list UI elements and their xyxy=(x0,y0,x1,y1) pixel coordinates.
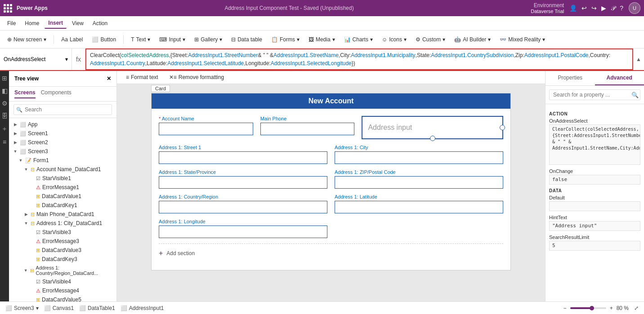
tree-item-dcv1[interactable]: ⊞ DataCardValue1 xyxy=(9,192,116,201)
sidebar-settings-icon[interactable]: ⚙ xyxy=(2,100,8,107)
input-main-phone[interactable] xyxy=(260,123,355,135)
canvas-area: ≡ Format text ✕≡ Remove formatting Card … xyxy=(117,71,545,314)
tree-item-city-datacard[interactable]: ▼ ⊟ Address 1: City_DataCard1 xyxy=(9,219,116,228)
forms-button[interactable]: 📋 Forms ▾ xyxy=(268,35,303,44)
charts-button[interactable]: 📊 Charts ▾ xyxy=(340,35,376,44)
formula-expand-button[interactable]: ▲ xyxy=(633,49,644,70)
tree-item-screen3[interactable]: ▼ ⬜ Screen3 xyxy=(9,147,116,156)
input-button[interactable]: ⌨ Input ▾ xyxy=(156,35,189,44)
env-name: Dataverse Trial xyxy=(531,9,564,14)
input-street1[interactable] xyxy=(159,151,327,164)
chevron-form1-icon: ▼ xyxy=(18,158,23,163)
bottom-canvas1[interactable]: ⬜ Canvas1 xyxy=(44,305,74,311)
help-icon[interactable]: ? xyxy=(620,4,623,12)
prop-value-onchange[interactable]: false xyxy=(549,175,640,185)
play-icon[interactable]: ▶ xyxy=(601,4,606,12)
formula-selector[interactable]: OnAddressSelect ▾ xyxy=(0,49,72,70)
add-section-button[interactable]: + Add section xyxy=(159,243,503,263)
input-city[interactable] xyxy=(335,151,503,164)
fit-screen-icon[interactable]: ⤢ xyxy=(634,305,639,311)
avatar[interactable]: U xyxy=(629,2,640,14)
form-row-3: Address 1: Country/Region Address 1: Lat… xyxy=(159,194,503,213)
sidebar-add-icon[interactable]: ＋ xyxy=(1,125,8,133)
data-table-button[interactable]: ⊟ Data table xyxy=(228,35,266,44)
button-button[interactable]: ⬜ Button xyxy=(88,35,120,44)
input-country[interactable] xyxy=(159,201,327,213)
format-text-button[interactable]: ≡ Format text xyxy=(122,73,162,82)
sidebar-vars-icon[interactable]: ≡ xyxy=(3,138,6,146)
text-button[interactable]: T Text ▾ xyxy=(127,35,154,44)
sidebar-layers-icon[interactable]: ◧ xyxy=(2,87,8,94)
prop-label-onchange: OnChange xyxy=(549,168,640,174)
menu-file[interactable]: File xyxy=(4,18,19,28)
prop-value-hinttext[interactable]: "Address input" xyxy=(549,221,640,231)
tree-item-starvisible1[interactable]: ☑ StarVisible1 xyxy=(9,174,116,183)
label-button[interactable]: Aa Label xyxy=(58,35,86,44)
input-longitude[interactable] xyxy=(159,226,327,238)
menu-action[interactable]: Action xyxy=(89,18,111,28)
undo-icon[interactable]: ↩ xyxy=(581,4,587,12)
prop-value-searchresultlimit[interactable]: 5 xyxy=(549,241,640,251)
tab-screens[interactable]: Screens xyxy=(14,89,36,98)
chevron-dck1-icon xyxy=(29,203,34,208)
chevron-charts-icon: ▾ xyxy=(370,36,373,43)
icons-button[interactable]: ☺ Icons ▾ xyxy=(378,35,410,44)
gallery-button[interactable]: ⊞ Gallery ▾ xyxy=(191,35,226,44)
address-input-box[interactable]: Address input xyxy=(362,116,503,139)
section-title-action: ACTION xyxy=(549,111,640,116)
menu-home[interactable]: Home xyxy=(21,18,43,28)
ai-builder-button[interactable]: 🤖 AI Builder ▾ xyxy=(451,35,494,44)
tree-item-dcv3[interactable]: ⊞ DataCardValue3 xyxy=(9,246,116,255)
new-screen-button[interactable]: ⊕ New screen ▾ xyxy=(4,35,50,44)
sidebar-home-icon[interactable]: ⊞ xyxy=(2,75,7,82)
formula-content[interactable]: ClearCollect(colSelectedAddress,{Street:… xyxy=(85,49,633,70)
person-icon[interactable]: 👤 xyxy=(569,4,577,12)
tab-advanced[interactable]: Advanced xyxy=(595,71,644,85)
input-state[interactable] xyxy=(159,176,327,189)
custom-button[interactable]: ⚙ Custom ▾ xyxy=(412,35,449,44)
tree-item-account-datacard[interactable]: ▼ ⊟ Account Name_DataCard1 xyxy=(9,165,116,174)
tree-item-em4[interactable]: ⚠ ErrorMessage4 xyxy=(9,286,116,295)
tree-item-dck3[interactable]: ⊞ DataCardKey3 xyxy=(9,255,116,264)
form-title: New Account xyxy=(152,93,510,109)
user-icon[interactable]: 𝒫 xyxy=(611,4,615,12)
remove-formatting-button[interactable]: ✕≡ Remove formatting xyxy=(165,73,228,82)
bottom-datatable1[interactable]: ⬜ DataTable1 xyxy=(79,305,115,311)
tree-item-form1[interactable]: ▼ 📝 Form1 xyxy=(9,156,116,165)
tree-item-dck1[interactable]: ⊞ DataCardKey1 xyxy=(9,201,116,210)
tree-item-country-datacard[interactable]: ▼ ⊟ Address 1: Country/Region_DataCard..… xyxy=(9,264,116,277)
redo-icon[interactable]: ↪ xyxy=(591,4,597,12)
property-search-icon[interactable]: 🔍 xyxy=(631,92,639,98)
sidebar-data-icon[interactable]: 🗄 xyxy=(1,112,8,119)
tree-item-sv3[interactable]: ☑ StarVisible3 xyxy=(9,228,116,237)
zoom-plus-icon[interactable]: + xyxy=(610,305,613,311)
tree-item-screen2[interactable]: ▶ ⬜ Screen2 xyxy=(9,138,116,147)
address-resize-handle-right[interactable] xyxy=(500,125,505,130)
prop-value-default[interactable] xyxy=(549,201,640,211)
input-latitude[interactable] xyxy=(335,201,503,213)
bottom-addressinput1[interactable]: ⬜ AddressInput1 xyxy=(121,305,164,311)
media-button[interactable]: 🖼 Media ▾ xyxy=(305,35,339,44)
tree-close-icon[interactable]: ✕ xyxy=(107,75,111,82)
menu-view[interactable]: View xyxy=(68,18,87,28)
tree-search-input[interactable] xyxy=(13,104,112,115)
prop-value-onaddressselect[interactable]: ClearCollect(colSelectedAddress, {Street… xyxy=(549,124,640,165)
tree-item-screen1[interactable]: ▶ ⬜ Screen1 xyxy=(9,129,116,138)
tree-item-phone-datacard[interactable]: ▶ ⊟ Main Phone_DataCard1 xyxy=(9,210,116,219)
bottom-screen3[interactable]: ⬜ Screen3 ▾ xyxy=(5,305,39,311)
input-account-name[interactable] xyxy=(159,123,253,135)
input-zip[interactable] xyxy=(335,176,503,189)
zoom-thumb[interactable] xyxy=(590,306,594,310)
app-logo[interactable]: Power Apps xyxy=(4,4,48,13)
address-resize-handle-bottom[interactable] xyxy=(430,136,435,141)
tree-item-app[interactable]: ▶ ⬜ App xyxy=(9,120,116,129)
tree-item-errormsg1[interactable]: ⚠ ErrorMessage1 xyxy=(9,183,116,192)
zoom-minus-icon[interactable]: − xyxy=(564,305,567,311)
tree-item-sv4[interactable]: ☑ StarVisible4 xyxy=(9,277,116,286)
tree-item-em3[interactable]: ⚠ ErrorMessage3 xyxy=(9,237,116,246)
property-search-input[interactable] xyxy=(549,89,640,100)
tab-components[interactable]: Components xyxy=(41,89,72,98)
mixed-reality-button[interactable]: 👓 Mixed Reality ▾ xyxy=(496,35,549,44)
tab-properties[interactable]: Properties xyxy=(546,71,595,85)
menu-insert[interactable]: Insert xyxy=(45,18,67,29)
